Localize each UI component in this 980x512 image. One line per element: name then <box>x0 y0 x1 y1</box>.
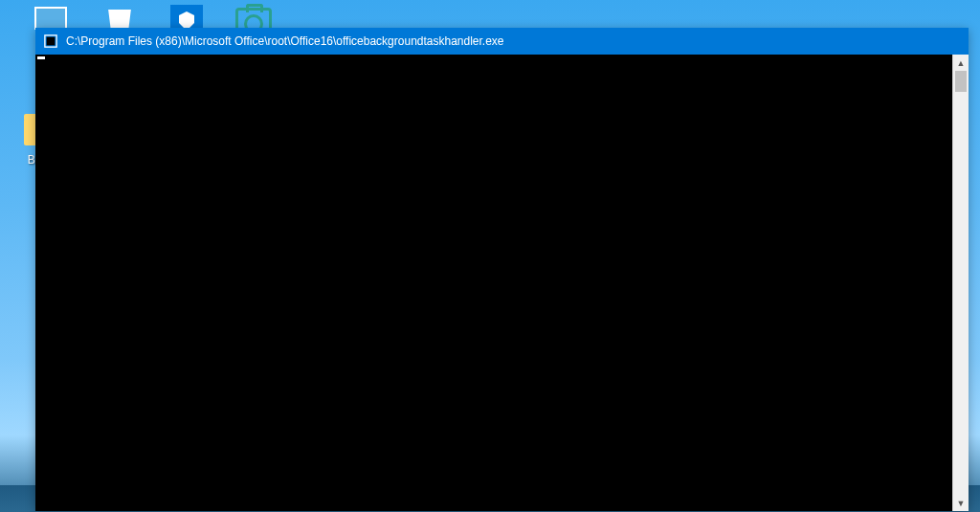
scroll-down-button[interactable]: ▼ <box>953 495 969 511</box>
console-output[interactable] <box>35 55 952 511</box>
console-body: ▲ ▼ <box>35 55 969 511</box>
scroll-up-button[interactable]: ▲ <box>953 55 969 71</box>
chevron-down-icon: ▼ <box>957 499 966 508</box>
svg-rect-4 <box>47 37 56 46</box>
scroll-thumb[interactable] <box>955 71 967 92</box>
console-app-icon <box>43 33 58 49</box>
svg-rect-0 <box>35 8 66 29</box>
scroll-track[interactable] <box>953 71 969 495</box>
window-title: C:\Program Files (x86)\Microsoft Office\… <box>66 34 504 48</box>
console-window: C:\Program Files (x86)\Microsoft Office\… <box>35 28 969 511</box>
chevron-up-icon: ▲ <box>957 58 966 68</box>
text-cursor <box>37 56 45 59</box>
vertical-scrollbar[interactable]: ▲ ▼ <box>952 55 969 511</box>
titlebar[interactable]: C:\Program Files (x86)\Microsoft Office\… <box>35 28 969 55</box>
